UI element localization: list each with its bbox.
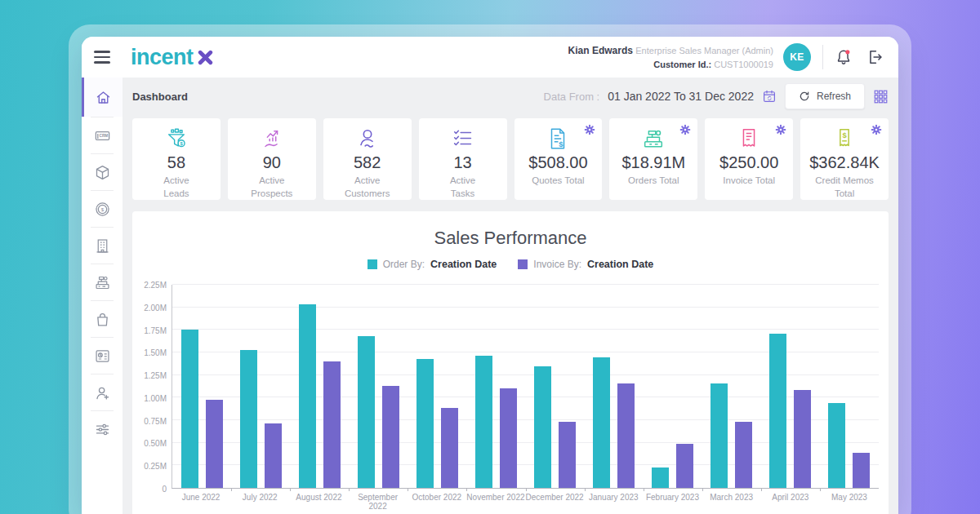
x-axis-tick-label: September 2022	[349, 493, 408, 511]
chart-bar-groups	[172, 285, 879, 488]
gear-icon[interactable]	[679, 124, 691, 135]
kpi-card-active-customers[interactable]: 582 Active Customers	[323, 118, 412, 200]
chart-bar[interactable]	[416, 359, 434, 488]
sidebar-item-contacts[interactable]	[82, 374, 122, 410]
sidebar-item-home[interactable]	[82, 78, 122, 117]
header-divider	[822, 45, 823, 69]
chart-bar[interactable]	[265, 423, 282, 488]
x-axis-tick-label: October 2022	[408, 493, 466, 511]
x-axis-tick-label: May 2023	[820, 493, 879, 511]
chart-bar[interactable]	[240, 350, 257, 488]
chart-y-axis: 00.25M0.50M0.75M1.00M1.25M1.50M1.75M2.00…	[137, 285, 172, 489]
avatar[interactable]: KE	[783, 43, 811, 71]
sidebar-item-purchases[interactable]	[82, 301, 122, 337]
legend-value: Creation Date	[430, 259, 497, 270]
x-axis-tick	[761, 488, 762, 491]
user-name: Kian Edwards	[568, 45, 633, 56]
sidebar-item-payments[interactable]: $	[82, 191, 122, 227]
kpi-label: Credit Memos Total	[800, 175, 889, 200]
x-axis-tick	[231, 488, 232, 491]
bar-group-july-2022	[231, 285, 290, 488]
kpi-card-invoice-total[interactable]: $250.00 Invoice Total	[705, 118, 793, 200]
customers-person-icon	[323, 126, 412, 151]
hamburger-menu-button[interactable]	[82, 51, 122, 63]
home-icon	[95, 89, 112, 106]
chart-bar[interactable]	[181, 330, 198, 488]
chart-bar[interactable]	[382, 386, 399, 488]
chart-bar[interactable]	[710, 383, 728, 488]
bar-group-september-2022	[349, 285, 408, 488]
products-box-icon	[94, 164, 111, 181]
notifications-bell-icon[interactable]	[835, 48, 853, 66]
x-axis-tick-label: March 2023	[702, 493, 761, 511]
gear-icon[interactable]	[775, 124, 786, 135]
svg-text:$: $	[100, 206, 104, 211]
chart-bar[interactable]	[299, 304, 316, 488]
bar-group-december-2022	[525, 285, 584, 488]
svg-text:CRM: CRM	[99, 134, 108, 138]
logo-x-icon	[196, 48, 215, 67]
chart-bar[interactable]	[617, 383, 635, 488]
kpi-card-active-leads[interactable]: $ 58 Active Leads	[132, 118, 220, 200]
chart-bar[interactable]	[559, 422, 576, 488]
sidebar-item-products[interactable]	[82, 154, 122, 190]
chart-bar[interactable]	[534, 366, 551, 488]
bar-group-may-2023	[820, 285, 879, 488]
date-range-value[interactable]: 01 Jan 2022 To 31 Dec 2022	[608, 90, 754, 103]
sidebar-item-orders[interactable]	[82, 264, 122, 300]
kpi-card-orders-total[interactable]: $18.91M Orders Total	[609, 118, 697, 200]
chart-bar[interactable]	[593, 357, 610, 488]
chart-bar[interactable]	[500, 388, 517, 488]
x-axis-tick	[585, 488, 586, 491]
user-role: Enterprise Sales Manager (Admin)	[635, 46, 773, 55]
kpi-label: Invoice Total	[705, 175, 793, 188]
gear-icon[interactable]	[871, 124, 882, 135]
tasks-checklist-icon	[419, 126, 507, 151]
sidebar-item-preferences[interactable]	[82, 411, 122, 447]
chart-bar[interactable]	[475, 356, 492, 488]
chart-bar[interactable]	[828, 403, 845, 488]
customer-id-label: Customer Id.:	[653, 60, 711, 69]
chart-bar[interactable]	[769, 334, 786, 488]
x-axis-tick	[290, 488, 291, 491]
logout-icon[interactable]	[866, 48, 884, 66]
y-axis-tick-label: 2.00M	[144, 303, 167, 312]
chart-title: Sales Performance	[132, 228, 889, 249]
app-window: incent Kian Edwards Enterprise Sales Man…	[82, 37, 898, 514]
legend-item-order[interactable]: Order By: Creation Date	[368, 259, 497, 270]
chart-bar[interactable]	[735, 422, 752, 488]
x-axis-tick	[644, 488, 644, 491]
chart-x-axis-labels: June 2022July 2022August 2022September 2…	[172, 493, 879, 511]
sales-performance-chart-card: Sales Performance Order By: Creation Dat…	[132, 211, 889, 514]
sidebar-item-company[interactable]	[82, 228, 122, 264]
refresh-button[interactable]: Refresh	[785, 83, 865, 109]
kpi-card-active-tasks[interactable]: 13 Active Tasks	[419, 118, 507, 200]
kpi-card-credit-memos-total[interactable]: $ $362.84K Credit Memos Total	[800, 118, 889, 200]
gear-icon[interactable]	[584, 124, 595, 135]
kpi-label: Orders Total	[609, 175, 697, 188]
x-axis-tick-label: April 2023	[761, 493, 820, 511]
y-axis-tick-label: 1.00M	[144, 393, 167, 402]
legend-item-invoice[interactable]: Invoice By: Creation Date	[518, 259, 653, 270]
x-axis-tick-label: November 2022	[466, 493, 525, 511]
sidebar-item-reports[interactable]	[82, 338, 122, 374]
chart-bar[interactable]	[358, 336, 375, 488]
kpi-card-quotes-total[interactable]: $ $508.00 Quotes Total	[514, 118, 603, 200]
x-axis-tick	[349, 488, 350, 491]
apps-grid-icon[interactable]	[873, 89, 889, 104]
chart-bar[interactable]	[652, 467, 669, 488]
chart-bar[interactable]	[441, 408, 458, 488]
chart-bar[interactable]	[676, 444, 693, 488]
chart-bar[interactable]	[323, 361, 341, 488]
legend-prefix: Order By:	[383, 259, 425, 270]
x-axis-tick-label: July 2022	[230, 493, 289, 511]
chart-bar[interactable]	[794, 390, 811, 488]
kpi-value: $362.84K	[800, 153, 889, 172]
chart-bar[interactable]	[206, 400, 223, 488]
chart-bar[interactable]	[853, 453, 870, 488]
kpi-card-active-prospects[interactable]: 90 Active Prospects	[228, 118, 316, 200]
add-contact-icon	[94, 384, 111, 401]
sidebar-item-crm[interactable]: CRM	[82, 117, 122, 153]
bar-group-october-2022	[408, 285, 466, 488]
calendar-icon[interactable]	[762, 89, 777, 104]
